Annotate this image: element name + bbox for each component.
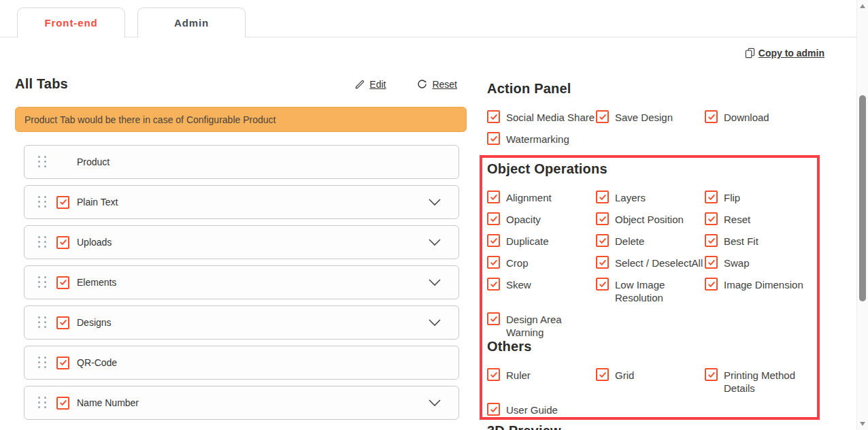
reset-button[interactable]: Reset: [416, 78, 457, 90]
checkbox[interactable]: [487, 110, 500, 123]
checkbox[interactable]: [487, 234, 500, 247]
tab-row: Designs: [24, 305, 459, 340]
checkbox[interactable]: [487, 278, 500, 291]
checkbox-item[interactable]: Reset: [705, 212, 822, 226]
checkbox[interactable]: [705, 234, 718, 247]
drag-handle-icon[interactable]: [38, 196, 47, 208]
action-panel-title: Action Panel: [487, 81, 827, 97]
checkbox-item[interactable]: Duplicate: [487, 234, 596, 248]
row-label: Product: [77, 156, 429, 167]
object-operations-title: Object Operations: [487, 161, 817, 177]
checkbox[interactable]: [705, 212, 718, 225]
checkbox-item[interactable]: Grid: [596, 368, 705, 382]
checkbox-item[interactable]: Flip: [705, 191, 822, 204]
scroll-down-arrow-icon[interactable]: [860, 422, 865, 426]
reset-label: Reset: [432, 79, 457, 90]
checkbox[interactable]: [487, 212, 500, 225]
copy-to-admin-label: Copy to admin: [758, 48, 824, 59]
drag-handle-icon[interactable]: [38, 276, 47, 288]
checkbox[interactable]: [487, 368, 500, 381]
checkbox-item[interactable]: Skew: [487, 278, 596, 291]
checkbox-label: Crop: [506, 256, 529, 269]
checkbox[interactable]: [596, 110, 609, 123]
checkbox[interactable]: [705, 256, 718, 269]
checkbox[interactable]: [596, 212, 609, 225]
checkbox-item[interactable]: Best Fit: [705, 234, 822, 248]
checkbox[interactable]: [705, 278, 718, 291]
checkbox-item[interactable]: Low Image Resolution: [596, 278, 705, 304]
scrollbar[interactable]: [856, 0, 868, 430]
drag-handle-icon[interactable]: [38, 156, 47, 168]
tab-admin-label: Admin: [174, 17, 209, 29]
all-tabs-title: All Tabs: [15, 76, 354, 92]
scrollbar-thumb[interactable]: [859, 95, 866, 301]
row-checkbox[interactable]: [56, 276, 69, 289]
chevron-down-icon[interactable]: [429, 319, 441, 327]
row-checkbox[interactable]: [56, 236, 69, 249]
checkbox-item[interactable]: Download: [705, 110, 822, 124]
checkbox-item[interactable]: Alignment: [487, 191, 596, 204]
checkbox[interactable]: [705, 110, 718, 123]
checkbox[interactable]: [596, 256, 609, 269]
chevron-down-icon[interactable]: [429, 399, 441, 407]
scroll-up-arrow-icon[interactable]: [860, 4, 865, 8]
edit-button[interactable]: Edit: [354, 79, 386, 90]
chevron-down-icon[interactable]: [429, 239, 441, 246]
settings-page: Front-end Admin Copy to admin All Tabs E…: [0, 0, 868, 430]
checkbox-item[interactable]: Swap: [705, 256, 822, 269]
checkbox-label: Best Fit: [724, 234, 758, 248]
row-checkbox[interactable]: [56, 397, 69, 410]
edit-label: Edit: [369, 79, 386, 90]
others-title: Others: [487, 339, 817, 354]
checkbox[interactable]: [596, 368, 609, 381]
checkbox[interactable]: [487, 403, 500, 416]
drag-handle-icon[interactable]: [38, 236, 47, 248]
checkbox[interactable]: [596, 234, 609, 247]
row-checkbox[interactable]: [56, 357, 69, 369]
row-label: Uploads: [77, 237, 429, 248]
checkbox-item[interactable]: User Guide: [487, 403, 596, 416]
checkbox[interactable]: [596, 191, 609, 203]
row-checkbox[interactable]: [56, 316, 69, 329]
tab-row-list: Product Plain Text Uploads Elements: [24, 145, 459, 420]
checkbox-label: Save Design: [615, 110, 673, 124]
checkbox[interactable]: [705, 191, 718, 203]
others-grid: Ruler Grid Printing Method Details User …: [487, 368, 817, 416]
checkbox[interactable]: [596, 278, 609, 291]
checkbox-item[interactable]: Design Area Warning: [487, 312, 596, 339]
checkbox-item[interactable]: Ruler: [487, 368, 596, 382]
notice-banner: Product Tab would be there in case of Co…: [15, 107, 467, 132]
drag-handle-icon[interactable]: [38, 357, 47, 369]
chevron-down-icon[interactable]: [429, 279, 441, 286]
copy-to-admin-link[interactable]: Copy to admin: [745, 48, 824, 59]
checkbox[interactable]: [487, 312, 500, 325]
checkbox-item[interactable]: Select / DeselectAll: [596, 256, 705, 269]
tab-front-end[interactable]: Front-end: [17, 7, 125, 38]
checkbox-label: Ruler: [506, 368, 531, 382]
checkbox[interactable]: [487, 132, 500, 145]
row-label: Plain Text: [77, 197, 429, 208]
checkbox-item[interactable]: Save Design: [596, 110, 705, 124]
checkbox-item[interactable]: Social Media Share: [487, 110, 596, 124]
checkbox-item[interactable]: Crop: [487, 256, 596, 269]
checkbox-item[interactable]: Image Dimension: [705, 278, 822, 291]
tab-row: QR-Code: [24, 346, 459, 380]
checkbox-item[interactable]: Delete: [596, 234, 705, 248]
checkbox[interactable]: [705, 368, 718, 381]
tab-front-end-label: Front-end: [44, 17, 97, 29]
checkbox-item[interactable]: Layers: [596, 191, 705, 204]
checkbox-item[interactable]: Watermarking: [487, 132, 596, 146]
drag-handle-icon[interactable]: [38, 397, 47, 409]
row-checkbox[interactable]: [56, 196, 69, 209]
tab-admin[interactable]: Admin: [137, 7, 246, 37]
checkbox-item[interactable]: Object Position: [596, 212, 705, 226]
chevron-down-icon[interactable]: [429, 199, 441, 206]
drag-handle-icon[interactable]: [38, 316, 47, 329]
reset-icon: [416, 78, 428, 90]
checkbox-item[interactable]: Opacity: [487, 212, 596, 226]
checkbox-label: Social Media Share: [506, 110, 595, 124]
checkbox[interactable]: [487, 191, 500, 203]
tab-row: Name Number: [24, 386, 459, 420]
checkbox[interactable]: [487, 256, 500, 269]
checkbox-item[interactable]: Printing Method Details: [705, 368, 822, 395]
